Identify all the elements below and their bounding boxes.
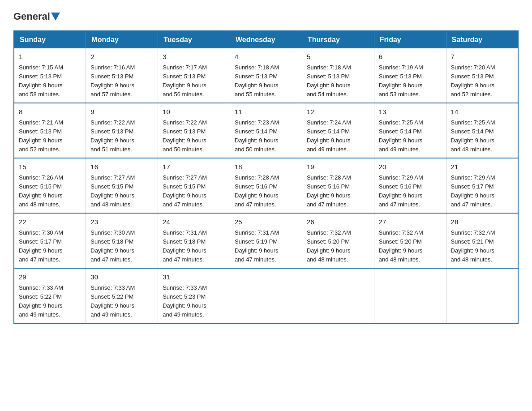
calendar-cell: 13 Sunrise: 7:25 AMSunset: 5:14 PMDaylig… xyxy=(374,103,446,158)
calendar-cell: 6 Sunrise: 7:19 AMSunset: 5:13 PMDayligh… xyxy=(374,48,446,103)
calendar-cell: 5 Sunrise: 7:18 AMSunset: 5:13 PMDayligh… xyxy=(302,48,374,103)
day-number: 20 xyxy=(379,162,442,172)
day-info: Sunrise: 7:30 AMSunset: 5:18 PMDaylight:… xyxy=(90,229,135,263)
day-info: Sunrise: 7:17 AMSunset: 5:13 PMDaylight:… xyxy=(163,64,207,98)
day-info: Sunrise: 7:32 AMSunset: 5:20 PMDaylight:… xyxy=(379,229,423,263)
logo-triangle-icon xyxy=(51,13,60,21)
calendar-cell: 22 Sunrise: 7:30 AMSunset: 5:17 PMDaylig… xyxy=(14,213,86,268)
day-info: Sunrise: 7:32 AMSunset: 5:20 PMDaylight:… xyxy=(307,229,351,263)
calendar-cell: 8 Sunrise: 7:21 AMSunset: 5:13 PMDayligh… xyxy=(14,103,86,158)
day-info: Sunrise: 7:16 AMSunset: 5:13 PMDaylight:… xyxy=(90,64,135,98)
day-number: 2 xyxy=(90,52,153,62)
week-row-2: 8 Sunrise: 7:21 AMSunset: 5:13 PMDayligh… xyxy=(14,103,518,158)
calendar-cell: 30 Sunrise: 7:33 AMSunset: 5:22 PMDaylig… xyxy=(86,268,158,323)
calendar-cell: 10 Sunrise: 7:22 AMSunset: 5:13 PMDaylig… xyxy=(158,103,230,158)
day-info: Sunrise: 7:27 AMSunset: 5:15 PMDaylight:… xyxy=(90,174,135,208)
day-of-week-monday: Monday xyxy=(86,31,158,48)
calendar-cell: 19 Sunrise: 7:28 AMSunset: 5:16 PMDaylig… xyxy=(302,158,374,213)
day-number: 16 xyxy=(90,162,153,172)
day-number: 18 xyxy=(235,162,297,172)
day-info: Sunrise: 7:28 AMSunset: 5:16 PMDaylight:… xyxy=(307,174,351,208)
day-number: 4 xyxy=(235,52,297,62)
logo-general-text: General xyxy=(13,11,50,22)
day-number: 12 xyxy=(307,107,369,117)
calendar-cell: 29 Sunrise: 7:33 AMSunset: 5:22 PMDaylig… xyxy=(14,268,86,323)
day-info: Sunrise: 7:28 AMSunset: 5:16 PMDaylight:… xyxy=(235,174,279,208)
day-info: Sunrise: 7:30 AMSunset: 5:17 PMDaylight:… xyxy=(19,229,63,263)
day-info: Sunrise: 7:33 AMSunset: 5:22 PMDaylight:… xyxy=(90,284,135,318)
calendar-cell: 26 Sunrise: 7:32 AMSunset: 5:20 PMDaylig… xyxy=(302,213,374,268)
calendar-cell: 28 Sunrise: 7:32 AMSunset: 5:21 PMDaylig… xyxy=(446,213,518,268)
day-info: Sunrise: 7:21 AMSunset: 5:13 PMDaylight:… xyxy=(19,119,63,153)
day-number: 28 xyxy=(451,217,513,227)
day-number: 14 xyxy=(451,107,513,117)
day-number: 30 xyxy=(90,272,153,283)
week-row-4: 22 Sunrise: 7:30 AMSunset: 5:17 PMDaylig… xyxy=(14,213,518,268)
page-header: General xyxy=(13,11,519,22)
week-row-3: 15 Sunrise: 7:26 AMSunset: 5:15 PMDaylig… xyxy=(14,158,518,213)
calendar-cell: 18 Sunrise: 7:28 AMSunset: 5:16 PMDaylig… xyxy=(230,158,302,213)
calendar-cell xyxy=(374,268,446,323)
week-row-5: 29 Sunrise: 7:33 AMSunset: 5:22 PMDaylig… xyxy=(14,268,518,323)
day-number: 25 xyxy=(235,217,297,227)
calendar-cell: 15 Sunrise: 7:26 AMSunset: 5:15 PMDaylig… xyxy=(14,158,86,213)
day-of-week-tuesday: Tuesday xyxy=(158,31,230,48)
calendar-cell xyxy=(302,268,374,323)
day-info: Sunrise: 7:32 AMSunset: 5:21 PMDaylight:… xyxy=(451,229,495,263)
day-number: 11 xyxy=(235,107,297,117)
day-info: Sunrise: 7:22 AMSunset: 5:13 PMDaylight:… xyxy=(163,119,207,153)
calendar-cell: 3 Sunrise: 7:17 AMSunset: 5:13 PMDayligh… xyxy=(158,48,230,103)
day-number: 23 xyxy=(90,217,153,227)
logo: General xyxy=(13,11,61,22)
calendar-cell: 4 Sunrise: 7:18 AMSunset: 5:13 PMDayligh… xyxy=(230,48,302,103)
calendar-cell: 2 Sunrise: 7:16 AMSunset: 5:13 PMDayligh… xyxy=(86,48,158,103)
day-info: Sunrise: 7:31 AMSunset: 5:19 PMDaylight:… xyxy=(235,229,279,263)
day-info: Sunrise: 7:22 AMSunset: 5:13 PMDaylight:… xyxy=(90,119,135,153)
calendar-cell: 14 Sunrise: 7:25 AMSunset: 5:14 PMDaylig… xyxy=(446,103,518,158)
day-info: Sunrise: 7:25 AMSunset: 5:14 PMDaylight:… xyxy=(379,119,423,153)
day-number: 29 xyxy=(19,272,81,283)
day-of-week-saturday: Saturday xyxy=(446,31,518,48)
day-number: 9 xyxy=(90,107,153,117)
calendar-cell: 7 Sunrise: 7:20 AMSunset: 5:13 PMDayligh… xyxy=(446,48,518,103)
day-number: 7 xyxy=(451,52,513,62)
calendar-cell: 25 Sunrise: 7:31 AMSunset: 5:19 PMDaylig… xyxy=(230,213,302,268)
day-info: Sunrise: 7:20 AMSunset: 5:13 PMDaylight:… xyxy=(451,64,495,98)
calendar-cell: 16 Sunrise: 7:27 AMSunset: 5:15 PMDaylig… xyxy=(86,158,158,213)
calendar-cell: 17 Sunrise: 7:27 AMSunset: 5:15 PMDaylig… xyxy=(158,158,230,213)
day-info: Sunrise: 7:33 AMSunset: 5:23 PMDaylight:… xyxy=(163,284,207,318)
calendar-cell: 12 Sunrise: 7:24 AMSunset: 5:14 PMDaylig… xyxy=(302,103,374,158)
calendar-cell: 31 Sunrise: 7:33 AMSunset: 5:23 PMDaylig… xyxy=(158,268,230,323)
day-number: 21 xyxy=(451,162,513,172)
calendar-cell: 27 Sunrise: 7:32 AMSunset: 5:20 PMDaylig… xyxy=(374,213,446,268)
day-number: 19 xyxy=(307,162,369,172)
day-info: Sunrise: 7:25 AMSunset: 5:14 PMDaylight:… xyxy=(451,119,495,153)
day-number: 8 xyxy=(19,107,81,117)
day-number: 3 xyxy=(163,52,225,62)
day-info: Sunrise: 7:27 AMSunset: 5:15 PMDaylight:… xyxy=(163,174,207,208)
day-info: Sunrise: 7:19 AMSunset: 5:13 PMDaylight:… xyxy=(379,64,423,98)
calendar-table: SundayMondayTuesdayWednesdayThursdayFrid… xyxy=(13,30,519,324)
calendar-cell: 20 Sunrise: 7:29 AMSunset: 5:16 PMDaylig… xyxy=(374,158,446,213)
day-number: 22 xyxy=(19,217,81,227)
day-number: 5 xyxy=(307,52,369,62)
day-number: 27 xyxy=(379,217,442,227)
calendar-cell: 1 Sunrise: 7:15 AMSunset: 5:13 PMDayligh… xyxy=(14,48,86,103)
calendar-cell: 24 Sunrise: 7:31 AMSunset: 5:18 PMDaylig… xyxy=(158,213,230,268)
week-row-1: 1 Sunrise: 7:15 AMSunset: 5:13 PMDayligh… xyxy=(14,48,518,103)
day-info: Sunrise: 7:24 AMSunset: 5:14 PMDaylight:… xyxy=(307,119,351,153)
calendar-cell xyxy=(230,268,302,323)
day-info: Sunrise: 7:29 AMSunset: 5:16 PMDaylight:… xyxy=(379,174,423,208)
day-of-week-friday: Friday xyxy=(374,31,446,48)
calendar-cell: 11 Sunrise: 7:23 AMSunset: 5:14 PMDaylig… xyxy=(230,103,302,158)
day-info: Sunrise: 7:26 AMSunset: 5:15 PMDaylight:… xyxy=(19,174,63,208)
day-info: Sunrise: 7:15 AMSunset: 5:13 PMDaylight:… xyxy=(19,64,63,98)
calendar-cell: 23 Sunrise: 7:30 AMSunset: 5:18 PMDaylig… xyxy=(86,213,158,268)
day-info: Sunrise: 7:18 AMSunset: 5:13 PMDaylight:… xyxy=(235,64,279,98)
day-info: Sunrise: 7:31 AMSunset: 5:18 PMDaylight:… xyxy=(163,229,207,263)
day-number: 26 xyxy=(307,217,369,227)
day-number: 15 xyxy=(19,162,81,172)
day-of-week-sunday: Sunday xyxy=(14,31,86,48)
day-number: 10 xyxy=(163,107,225,117)
day-number: 17 xyxy=(163,162,225,172)
